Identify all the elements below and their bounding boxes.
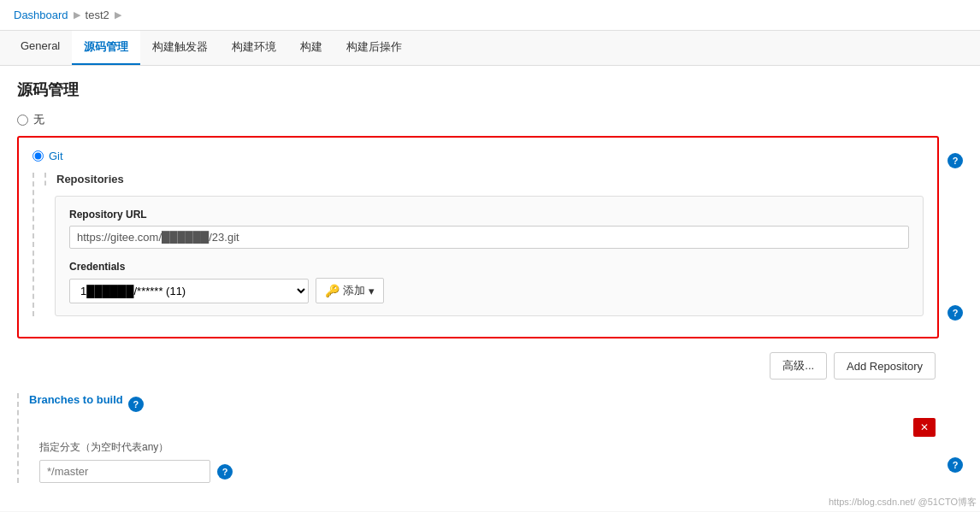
branches-dashed: Branches to build ? ✕ 指定分支（为空时代表any） ? bbox=[17, 393, 939, 483]
credentials-row: 1██████/****** (11) 🔑 添加 ▾ bbox=[69, 278, 909, 303]
tab-source[interactable]: 源码管理 bbox=[72, 31, 140, 65]
repo-url-label: Repository URL bbox=[69, 209, 909, 221]
breadcrumb-dashboard[interactable]: Dashboard bbox=[14, 9, 68, 21]
advanced-button[interactable]: 高级... bbox=[770, 352, 827, 380]
tab-env[interactable]: 构建环境 bbox=[220, 31, 288, 65]
watermark: https://blog.csdn.net/ @51CTO博客 bbox=[829, 496, 977, 509]
add-credentials-button[interactable]: 🔑 添加 ▾ bbox=[316, 278, 384, 303]
content-area: General 源码管理 构建触发器 构建环境 构建 构建后操作 源码管理 无 bbox=[0, 31, 980, 511]
radio-git-input[interactable] bbox=[32, 150, 44, 162]
breadcrumb-sep2: ▶ bbox=[115, 9, 121, 21]
breadcrumb: Dashboard ▶ test2 ▶ bbox=[0, 0, 980, 31]
tab-trigger[interactable]: 构建触发器 bbox=[140, 31, 220, 65]
branch-input-help-icon[interactable]: ? bbox=[217, 464, 233, 480]
tab-build[interactable]: 构建 bbox=[288, 31, 334, 65]
radio-git-option[interactable]: Git bbox=[32, 150, 924, 162]
git-section-help-icon[interactable]: ? bbox=[948, 153, 963, 168]
repository-box: Repository URL Credentials 1██████/*****… bbox=[55, 196, 924, 316]
credentials-help-icon[interactable]: ? bbox=[948, 457, 963, 473]
breadcrumb-sep1: ▶ bbox=[74, 9, 80, 21]
tab-post[interactable]: 构建后操作 bbox=[334, 31, 414, 65]
tab-general[interactable]: General bbox=[9, 31, 72, 65]
page-title: 源码管理 bbox=[17, 79, 963, 100]
radio-none-option[interactable]: 无 bbox=[17, 112, 963, 127]
tabs-bar: General 源码管理 构建触发器 构建环境 构建 构建后操作 bbox=[0, 31, 980, 66]
branch-desc: 指定分支（为空时代表any） bbox=[39, 440, 939, 455]
breadcrumb-project: test2 bbox=[86, 9, 109, 21]
key-icon: 🔑 bbox=[325, 284, 339, 297]
branches-section: Branches to build ? ✕ 指定分支（为空时代表any） ? bbox=[17, 393, 939, 483]
branches-help-icon[interactable]: ? bbox=[128, 397, 144, 412]
radio-none-input[interactable] bbox=[17, 115, 28, 126]
git-section: Git Repositories Repository URL bbox=[17, 136, 939, 338]
add-credentials-label: 添加 bbox=[343, 283, 365, 298]
page-content: 源码管理 无 Git Repos bbox=[0, 66, 980, 497]
delete-branch-button[interactable]: ✕ bbox=[913, 418, 936, 437]
repositories-section: Repositories Repository URL Credentials bbox=[32, 173, 924, 316]
branch-input[interactable] bbox=[39, 460, 210, 483]
add-repository-button[interactable]: Add Repository bbox=[834, 352, 936, 380]
branch-input-row: ? bbox=[39, 460, 939, 483]
repositories-label: Repositories bbox=[44, 173, 924, 185]
radio-none-label: 无 bbox=[33, 112, 44, 127]
radio-git-label: Git bbox=[49, 150, 63, 162]
branches-label: Branches to build bbox=[29, 393, 123, 406]
repositories-help-icon[interactable]: ? bbox=[948, 305, 963, 321]
credentials-select[interactable]: 1██████/****** (11) bbox=[69, 279, 309, 303]
repo-url-input[interactable] bbox=[69, 226, 909, 249]
dropdown-arrow-icon: ▾ bbox=[369, 285, 375, 297]
credentials-label: Credentials bbox=[69, 261, 909, 273]
